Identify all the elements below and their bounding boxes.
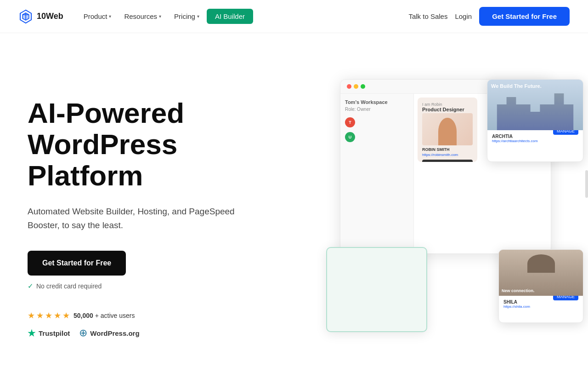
- site-owner-name: ROBIN SMITH: [422, 147, 473, 152]
- star-3: ★: [45, 310, 52, 321]
- workspace-title: Tom's Workspace: [345, 99, 409, 105]
- no-credit-text: ✓ No credit card required: [28, 282, 285, 290]
- site-url: https://robinsmith.com: [422, 153, 473, 157]
- workspace-role: Role: Owner: [345, 107, 409, 112]
- shila-tagline: New connection.: [502, 288, 535, 293]
- product-chevron-icon: ▾: [109, 14, 111, 19]
- stars-row: ★ ★ ★ ★ ★ 50,000 + active users: [28, 310, 285, 321]
- shila-card: New connection. MANAGE SHILA https://shi…: [498, 249, 583, 323]
- site-manage-button[interactable]: MANAGE: [422, 160, 473, 162]
- logo[interactable]: 10Web: [18, 9, 63, 24]
- hero-subtitle: Automated Website Builder, Hosting, and …: [28, 205, 239, 233]
- scrollbar[interactable]: [585, 170, 588, 198]
- resources-chevron-icon: ▾: [159, 14, 161, 19]
- close-dot: [347, 84, 351, 89]
- brand-name: 10Web: [37, 12, 63, 21]
- hero-section: AI-Powered WordPress Platform Automated …: [0, 33, 588, 368]
- maximize-dot: [361, 84, 365, 89]
- logo-icon: [18, 9, 33, 24]
- social-proof: ★ ★ ★ ★ ★ 50,000 + active users Trustpil…: [28, 310, 285, 339]
- site-card-role: Product Designer: [422, 107, 473, 112]
- site-person-avatar: [438, 118, 457, 145]
- users-count-text: 50,000 + active users: [74, 312, 135, 319]
- nav-pricing[interactable]: Pricing ▾: [169, 9, 205, 24]
- archtia-image: We Build The Future.: [487, 80, 583, 130]
- wordpress-badge[interactable]: ⊕ WordPress.org: [79, 327, 139, 339]
- wordpress-label: WordPress.org: [90, 329, 139, 337]
- archtia-card: We Build The Future. MANAGE ARCHTIA http…: [487, 79, 583, 162]
- archtia-url: https://archtiaarchitects.com: [492, 139, 578, 143]
- hero-left: AI-Powered WordPress Platform Automated …: [28, 70, 285, 339]
- star-rating: ★ ★ ★ ★ ★: [28, 310, 70, 321]
- site-card-tagline: I am Robin: [422, 102, 473, 107]
- nav-product[interactable]: Product ▾: [78, 9, 117, 24]
- nav-right: Talk to Sales Login Get Started for Free: [408, 7, 570, 26]
- star-5: ★: [62, 310, 70, 321]
- avatar-row-2: U: [345, 132, 409, 142]
- shila-footer: MANAGE SHILA https://shila.com: [499, 296, 583, 312]
- shila-url: https://shila.com: [503, 305, 578, 309]
- nav-links: Product ▾ Resources ▾ Pricing ▾ AI Build…: [78, 9, 253, 24]
- nav-get-started-button[interactable]: Get Started for Free: [479, 7, 570, 26]
- workspace-sidebar: Tom's Workspace Role: Owner T U: [340, 94, 414, 250]
- hero-illustration: Tom's Workspace Role: Owner T U I am Rob…: [285, 79, 570, 318]
- archtia-building-icon: [487, 93, 583, 130]
- site-card-robin: I am Robin Product Designer ROBIN SMITH …: [418, 98, 477, 162]
- shila-hat: [527, 254, 555, 273]
- trustpilot-label: Trustpilot: [39, 329, 70, 337]
- shila-image: New connection.: [499, 250, 583, 296]
- archtia-footer: MANAGE ARCHTIA https://archtiaarchitects…: [487, 130, 583, 147]
- window-controls: [347, 84, 365, 89]
- hero-get-started-button[interactable]: Get Started for Free: [28, 251, 126, 276]
- nav-ai-builder[interactable]: AI Builder: [207, 9, 253, 24]
- star-4: ★: [54, 310, 61, 321]
- dashboard-container: Tom's Workspace Role: Owner T U I am Rob…: [312, 79, 579, 309]
- star-2: ★: [36, 310, 44, 321]
- nav-resources[interactable]: Resources ▾: [119, 9, 167, 24]
- login-link[interactable]: Login: [455, 12, 472, 20]
- star-1: ★: [28, 310, 35, 321]
- trustpilot-icon: [28, 329, 36, 337]
- pricing-chevron-icon: ▾: [197, 14, 199, 19]
- badges-row: Trustpilot ⊕ WordPress.org: [28, 327, 285, 339]
- avatar-u: U: [345, 132, 355, 142]
- nav-left: 10Web Product ▾ Resources ▾ Pricing ▾ AI…: [18, 9, 253, 24]
- loading-card: [326, 247, 427, 332]
- talk-to-sales-link[interactable]: Talk to Sales: [408, 12, 447, 20]
- archtia-headline: We Build The Future.: [491, 83, 579, 89]
- avatar-t: T: [345, 117, 355, 127]
- checkmark-icon: ✓: [28, 282, 34, 290]
- minimize-dot: [354, 84, 358, 89]
- navbar: 10Web Product ▾ Resources ▾ Pricing ▾ AI…: [0, 0, 588, 33]
- wordpress-icon: ⊕: [79, 327, 87, 339]
- trustpilot-badge[interactable]: Trustpilot: [28, 329, 70, 337]
- avatar-row-1: T: [345, 117, 409, 127]
- hero-title: AI-Powered WordPress Platform: [28, 98, 285, 192]
- site-card-image: [422, 113, 473, 145]
